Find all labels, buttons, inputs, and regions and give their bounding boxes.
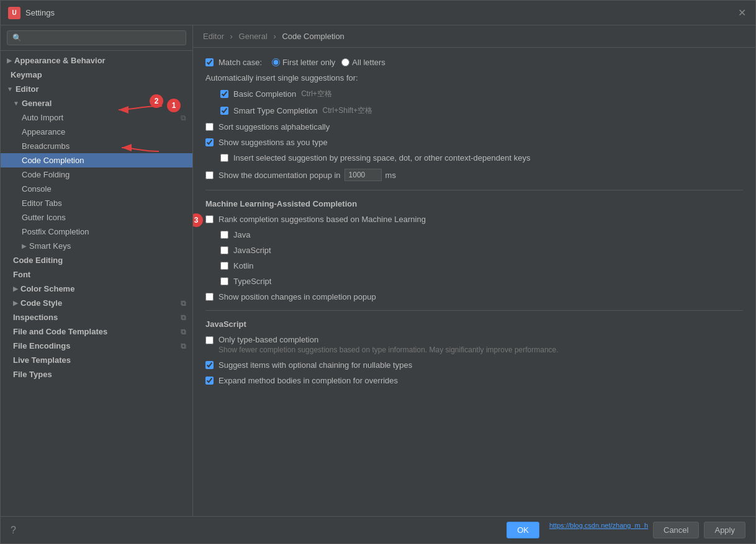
only-type-based-row: Only type-based completion Show fewer co… bbox=[205, 335, 743, 354]
dialog-content: ▶ Appearance & Behavior Keymap 1 ▼ Edito… bbox=[1, 25, 755, 516]
sidebar-item-editor-tabs[interactable]: Editor Tabs bbox=[1, 196, 192, 210]
sidebar-item-appearance-behavior[interactable]: ▶ Appearance & Behavior bbox=[1, 53, 192, 68]
suggest-optional-chaining-checkbox[interactable] bbox=[205, 361, 214, 369]
show-suggestions-text: Show suggestions as you type bbox=[218, 138, 328, 147]
sidebar-item-label: Code Completion bbox=[22, 156, 84, 165]
sort-alphabetically-checkbox[interactable] bbox=[205, 123, 214, 131]
smart-type-label[interactable]: Smart Type Completion bbox=[220, 106, 318, 115]
basic-completion-text: Basic Completion bbox=[233, 89, 296, 99]
apply-button[interactable]: Apply bbox=[704, 522, 745, 538]
insert-space-dot-text: Insert selected suggestion by pressing s… bbox=[233, 153, 530, 163]
ml-kotlin-checkbox[interactable] bbox=[220, 262, 228, 270]
all-letters-label[interactable]: All letters bbox=[341, 58, 385, 67]
insert-space-dot-checkbox[interactable] bbox=[220, 154, 228, 162]
sidebar-item-appearance[interactable]: Appearance bbox=[1, 125, 192, 139]
breadcrumb-code-completion: Code Completion bbox=[282, 32, 344, 41]
sort-alphabetically-label[interactable]: Sort suggestions alphabetically bbox=[205, 122, 330, 132]
basic-completion-checkbox[interactable] bbox=[220, 90, 228, 98]
expand-method-bodies-text: Expand method bodies in completion for o… bbox=[218, 376, 398, 385]
show-suggestions-label[interactable]: Show suggestions as you type bbox=[205, 138, 328, 147]
smart-type-checkbox[interactable] bbox=[220, 107, 228, 115]
ok-button[interactable]: OK bbox=[506, 522, 539, 538]
sidebar-item-label: Live Templates bbox=[13, 355, 71, 365]
basic-completion-label[interactable]: Basic Completion bbox=[220, 89, 296, 99]
sidebar-item-gutter-icons[interactable]: Gutter Icons bbox=[1, 210, 192, 225]
suggest-optional-chaining-label[interactable]: Suggest items with optional chaining for… bbox=[205, 360, 412, 370]
rank-ml-checkbox[interactable] bbox=[205, 215, 214, 223]
ml-java-text: Java bbox=[233, 230, 250, 239]
sidebar-item-general[interactable]: ▼ General 2 bbox=[1, 96, 192, 110]
sidebar-item-label: Font bbox=[13, 270, 30, 279]
show-position-changes-checkbox[interactable] bbox=[205, 293, 214, 301]
only-type-based-checkbox[interactable] bbox=[205, 336, 214, 344]
app-icon: U bbox=[8, 7, 20, 19]
close-button[interactable]: ✕ bbox=[736, 7, 748, 19]
first-letter-label[interactable]: First letter only bbox=[272, 58, 335, 67]
show-suggestions-row: Show suggestions as you type bbox=[205, 138, 743, 147]
ml-javascript-label[interactable]: JavaScript bbox=[220, 246, 271, 255]
sidebar-item-label: Console bbox=[22, 184, 52, 194]
sidebar-item-live-templates[interactable]: Live Templates bbox=[1, 353, 192, 367]
help-button[interactable]: ? bbox=[11, 525, 16, 536]
sidebar-item-auto-import[interactable]: Auto Import ⧉ bbox=[1, 110, 192, 125]
sidebar-item-label: Smart Keys bbox=[29, 241, 71, 251]
sidebar-item-code-folding[interactable]: Code Folding bbox=[1, 167, 192, 182]
rank-ml-label[interactable]: Rank completion suggestions based on Mac… bbox=[205, 215, 426, 224]
suggest-optional-chaining-row: Suggest items with optional chaining for… bbox=[205, 360, 743, 370]
show-doc-popup-checkbox[interactable] bbox=[205, 171, 214, 179]
collapse-arrow: ▼ bbox=[7, 86, 13, 92]
settings-dialog: U Settings ✕ ▶ Appearance & Behavior Key… bbox=[0, 0, 756, 544]
collapse-arrow: ▶ bbox=[13, 300, 18, 306]
callout-1: 1 bbox=[167, 99, 181, 112]
first-letter-radio[interactable] bbox=[272, 58, 280, 66]
sidebar-item-postfix-completion[interactable]: Postfix Completion bbox=[1, 225, 192, 239]
sidebar-item-inspections[interactable]: Inspections ⧉ bbox=[1, 310, 192, 324]
basic-completion-shortcut: Ctrl+空格 bbox=[301, 89, 332, 99]
doc-popup-value-input[interactable]: 1000 bbox=[344, 169, 382, 181]
sidebar-item-editor[interactable]: ▼ Editor bbox=[1, 82, 192, 96]
all-letters-radio[interactable] bbox=[341, 58, 349, 66]
ml-kotlin-text: Kotlin bbox=[233, 261, 254, 270]
ml-java-checkbox[interactable] bbox=[220, 231, 228, 239]
ml-javascript-checkbox[interactable] bbox=[220, 246, 228, 254]
sidebar-item-label: Auto Import bbox=[22, 113, 63, 122]
ml-kotlin-row: Kotlin bbox=[205, 261, 743, 270]
sidebar-item-file-code-templates[interactable]: File and Code Templates ⧉ bbox=[1, 324, 192, 339]
sidebar-item-file-encodings[interactable]: File Encodings ⧉ bbox=[1, 339, 192, 353]
sidebar: ▶ Appearance & Behavior Keymap 1 ▼ Edito… bbox=[1, 25, 193, 516]
ml-typescript-checkbox[interactable] bbox=[220, 277, 228, 285]
cancel-button[interactable]: Cancel bbox=[653, 522, 699, 538]
search-input[interactable] bbox=[7, 30, 186, 45]
sidebar-item-keymap[interactable]: Keymap 1 bbox=[1, 68, 192, 82]
sidebar-item-label: Code Editing bbox=[13, 256, 63, 265]
show-doc-popup-text: Show the documentation popup in bbox=[218, 171, 341, 180]
ml-java-label[interactable]: Java bbox=[220, 230, 250, 239]
sidebar-item-code-completion[interactable]: Code Completion bbox=[1, 153, 192, 167]
insert-space-dot-label[interactable]: Insert selected suggestion by pressing s… bbox=[220, 153, 530, 163]
sidebar-item-breadcrumbs[interactable]: Breadcrumbs bbox=[1, 139, 192, 153]
show-suggestions-checkbox[interactable] bbox=[205, 138, 214, 146]
show-position-changes-label[interactable]: Show position changes in completion popu… bbox=[205, 292, 376, 301]
sidebar-item-file-types[interactable]: File Types bbox=[1, 367, 192, 381]
sidebar-item-label: Code Folding bbox=[22, 170, 70, 179]
sidebar-item-code-editing[interactable]: Code Editing bbox=[1, 253, 192, 267]
only-type-based-label[interactable]: Only type-based completion Show fewer co… bbox=[205, 335, 559, 354]
sidebar-item-code-style[interactable]: ▶ Code Style ⧉ bbox=[1, 296, 192, 310]
url-hint: https://blog.csdn.net/zhang_m_h bbox=[549, 522, 648, 538]
sidebar-item-label: File Encodings bbox=[13, 341, 70, 350]
ml-typescript-label[interactable]: TypeScript bbox=[220, 277, 271, 286]
sidebar-item-color-scheme[interactable]: ▶ Color Scheme bbox=[1, 282, 192, 296]
ml-kotlin-label[interactable]: Kotlin bbox=[220, 261, 254, 270]
expand-method-bodies-label[interactable]: Expand method bodies in completion for o… bbox=[205, 376, 398, 385]
copy-icon: ⧉ bbox=[181, 114, 186, 122]
insert-space-dot-row: Insert selected suggestion by pressing s… bbox=[205, 153, 743, 163]
sidebar-item-font[interactable]: Font bbox=[1, 267, 192, 282]
match-case-label[interactable]: Match case: bbox=[205, 58, 262, 67]
sidebar-item-console[interactable]: Console bbox=[1, 182, 192, 196]
expand-method-bodies-checkbox[interactable] bbox=[205, 377, 214, 385]
match-case-checkbox[interactable] bbox=[205, 58, 214, 66]
sidebar-item-smart-keys[interactable]: ▶ Smart Keys bbox=[1, 239, 192, 253]
auto-insert-label: Automatically insert single suggestions … bbox=[205, 73, 743, 82]
show-doc-popup-label[interactable]: Show the documentation popup in bbox=[205, 171, 341, 180]
sidebar-item-label: Breadcrumbs bbox=[22, 141, 70, 151]
